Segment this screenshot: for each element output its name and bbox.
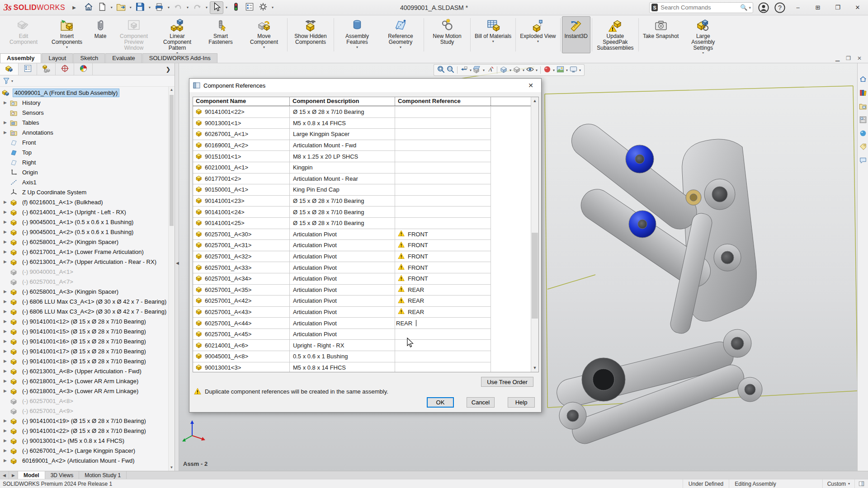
doc-tab-model[interactable]: Model (18, 471, 45, 479)
apply-scene-button[interactable] (556, 65, 565, 75)
tree-item[interactable]: ▶(-) 60218001_A<1> (Lower AR Arm Linkage… (0, 376, 168, 386)
zoom-to-fit-button[interactable] (437, 65, 445, 75)
status-custom-selector[interactable]: Custom▾ (822, 479, 854, 488)
tab-assembly[interactable]: Assembly (0, 53, 41, 63)
tree-item[interactable]: ▶(-) 90141001<16> (Ø 15 x Ø 28 x 7/10 Be… (0, 336, 168, 346)
tree-expand-icon[interactable]: ▶ (4, 379, 10, 383)
save-button[interactable] (134, 1, 146, 14)
tree-item[interactable]: ▶Tables (0, 117, 168, 127)
component-reference-cell[interactable] (395, 174, 491, 184)
dropdown-caret-icon[interactable]: ▾ (470, 68, 472, 72)
component-reference-cell[interactable] (395, 151, 491, 162)
assembly-features-button[interactable]: Assembly Features▾ (335, 16, 379, 53)
tree-item[interactable]: Sensors (0, 108, 168, 117)
print-dropdown-icon[interactable]: ▾ (166, 5, 171, 9)
search-caret-icon[interactable]: ▾ (749, 5, 751, 10)
component-description-cell[interactable]: M8 x 1.25 x 20 LP SHCS (290, 151, 395, 162)
component-name-cell[interactable]: 60257001_A<45> (193, 329, 290, 340)
tree-item[interactable]: ▶(-) 60218001_A<3> (Lower AR Arm Linkage… (0, 386, 168, 396)
component-description-cell[interactable]: Articulation Mount - Rear (290, 174, 395, 184)
component-description-cell[interactable]: Articulation Pivot (290, 329, 395, 340)
tree-item[interactable]: (-) 60257001_A<8> (0, 396, 168, 406)
dynamic-annotation-button[interactable]: A (486, 65, 495, 75)
tab-sketch[interactable]: Sketch (73, 53, 105, 63)
save-dropdown-icon[interactable]: ▾ (147, 5, 152, 9)
tree-expand-icon[interactable]: ▶ (4, 220, 10, 224)
column-header[interactable]: Component Name (193, 97, 290, 106)
tree-expand-icon[interactable]: ▶ (4, 200, 10, 204)
table-row[interactable]: 60257001_A<44>Articulation PivotREAR (193, 318, 491, 329)
span-displays-button[interactable]: ⊞ (810, 1, 826, 14)
tree-expand-icon[interactable]: ▶ (4, 359, 10, 363)
tree-scroll-up-icon[interactable]: ▲ (169, 87, 175, 93)
dropdown-caret-icon[interactable]: ▾ (492, 40, 494, 43)
doc-tab-motion-study-1[interactable]: Motion Study 1 (79, 471, 127, 479)
resources-tab[interactable] (859, 75, 867, 84)
bill-of-materials-button[interactable]: Bill of Materials▾ (472, 16, 514, 53)
table-row[interactable]: 60257001_A<35>Articulation PivotREAR (193, 285, 491, 296)
tree-expand-icon[interactable]: ▶ (4, 100, 10, 105)
table-row[interactable]: 90013001<3>M5 x 0.8 x 14 FHCS (193, 362, 491, 372)
tab-scroll-left-icon[interactable]: ◀ (0, 471, 9, 479)
component-reference-cell[interactable] (395, 218, 491, 229)
tree-expand-icon[interactable]: ▶ (4, 120, 10, 125)
component-description-cell[interactable]: Articulation Pivot (290, 229, 395, 240)
table-row[interactable]: 90150001_A<1>King Pin End Cap (193, 184, 491, 196)
section-view-button[interactable] (473, 65, 481, 75)
exploded-view-button[interactable]: Exploded View▾ (517, 16, 558, 53)
panel-tab-dimxpertmanager[interactable] (56, 63, 74, 75)
component-name-cell[interactable]: 90141001<22> (193, 107, 290, 117)
dropdown-caret-icon[interactable]: ▾ (509, 68, 511, 72)
dropdown-caret-icon[interactable]: ▾ (66, 46, 68, 49)
dropdown-caret-icon[interactable]: ▾ (483, 68, 485, 72)
component-description-cell[interactable]: M5 x 0.8 x 14 FHCS (290, 118, 395, 129)
new-document-dropdown-icon[interactable]: ▾ (109, 5, 114, 9)
tree-scroll-thumb[interactable] (170, 95, 174, 226)
tree-expand-icon[interactable]: ▶ (4, 339, 10, 343)
view-palette-tab[interactable] (859, 116, 867, 125)
view-orientation-button[interactable] (500, 65, 508, 75)
table-row[interactable]: 60214001_A<6>Upright - Right - RX (193, 340, 491, 351)
tree-scroll-down-icon[interactable]: ▼ (169, 465, 175, 471)
tree-item[interactable]: ▶(-) 90045001_A<1> (0.5 x 0.6 x 1 Bushin… (0, 217, 168, 227)
tree-item[interactable]: ▶(-) 6806 LLU Max C3_A<2> (Ø 30 x Ø 42 x… (0, 306, 168, 316)
component-reference-cell[interactable]: REAR (395, 296, 491, 306)
dropdown-caret-icon[interactable]: ▾ (553, 68, 555, 72)
tree-item[interactable]: Z Up Coordinate System (0, 187, 168, 197)
file-explorer-tab[interactable] (859, 102, 867, 112)
table-row[interactable]: 60257001_A<32>Articulation PivotFRONT (193, 251, 491, 263)
component-reference-cell[interactable] (395, 129, 491, 140)
component-name-cell[interactable]: 60257001_A<35> (193, 285, 290, 296)
table-scroll-up-icon[interactable]: ▲ (531, 97, 538, 105)
component-reference-cell[interactable]: FRONT (395, 251, 491, 262)
use-tree-order-button[interactable]: Use Tree Order (481, 377, 533, 387)
large-assembly-settings-button[interactable]: Large Assembly Settings▾ (681, 16, 725, 53)
design-library-tab[interactable] (859, 89, 867, 98)
tree-expand-icon[interactable]: ▶ (4, 230, 10, 234)
forum-tab[interactable] (859, 156, 867, 166)
tree-expand-icon[interactable]: ▶ (4, 369, 10, 373)
component-description-cell[interactable]: King Pin End Cap (290, 184, 395, 195)
component-reference-cell[interactable] (395, 196, 491, 206)
tree-item[interactable]: ▶(-) 60267001_A<1> (Large Kingpin Spacer… (0, 446, 168, 455)
component-description-cell[interactable]: Large Kingpin Spacer (290, 129, 395, 140)
component-name-cell[interactable]: 90150001_A<1> (193, 184, 290, 195)
component-name-cell[interactable]: 90013001<3> (193, 362, 290, 372)
panel-tab-configurationmanager[interactable] (37, 63, 56, 75)
undo-button[interactable] (172, 1, 184, 14)
search-icon[interactable]: 🔍 (740, 4, 747, 11)
tree-item[interactable]: ▶(-) 60213001_A<8> (Upper Articulation -… (0, 366, 168, 376)
component-description-cell[interactable]: Ø 15 x Ø 28 x 7/10 Bearing (290, 218, 395, 229)
table-row[interactable]: 60257001_A<33>Articulation PivotFRONT (193, 262, 491, 273)
component-description-cell[interactable]: Articulation Pivot (290, 273, 395, 284)
tree-expand-icon[interactable]: ▶ (4, 418, 10, 423)
component-description-cell[interactable]: Ø 15 x Ø 28 x 7/10 Bearing (290, 107, 395, 117)
component-reference-cell[interactable] (395, 362, 491, 372)
table-row[interactable]: 90141001<25>Ø 15 x Ø 28 x 7/10 Bearing (193, 218, 491, 229)
table-row[interactable]: 60169001_A<2>Articulation Mount - Fwd (193, 140, 491, 151)
tree-item[interactable]: ▶(-) 60213001_A<7> (Upper Articulation -… (0, 257, 168, 267)
hide-show-items-button[interactable] (526, 65, 534, 75)
component-name-cell[interactable]: 90141001<24> (193, 206, 290, 217)
tree-item[interactable]: ▶(-) 90141001<15> (Ø 15 x Ø 28 x 7/10 Be… (0, 326, 168, 336)
tree-expand-icon[interactable]: ▶ (4, 329, 10, 333)
